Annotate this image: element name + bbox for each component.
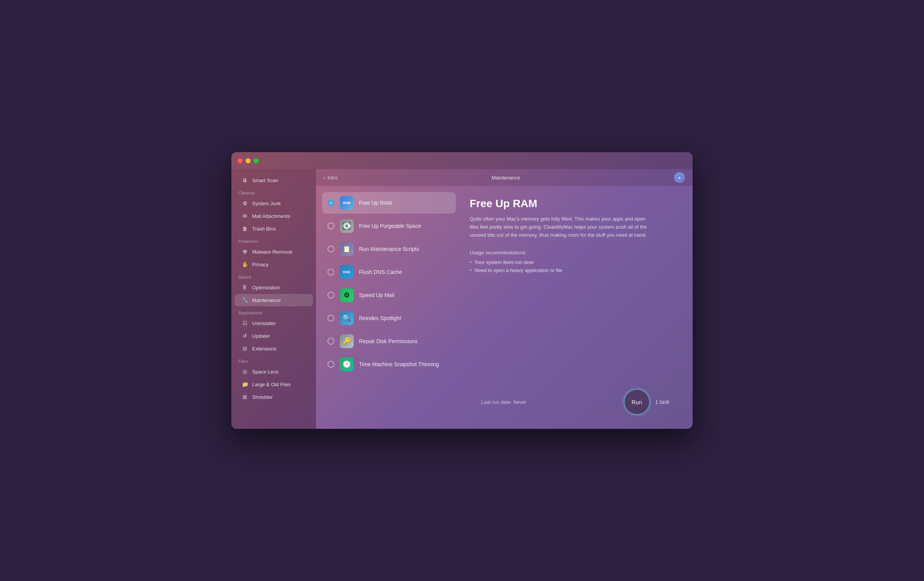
titlebar (231, 152, 693, 169)
mail-attachments-icon: ✉ (241, 212, 248, 219)
sidebar-item-maintenance[interactable]: 🔧 Maintenance (234, 294, 313, 306)
files-section-label: Files (231, 355, 316, 365)
privacy-label: Privacy (252, 262, 269, 267)
system-junk-label: System Junk (252, 201, 281, 206)
main-content: ‹ Intro Maintenance ● RAM Free Up RAM (316, 169, 693, 429)
back-arrow-icon: ‹ (324, 175, 325, 181)
trash-bins-icon: 🗑 (241, 225, 248, 232)
maximize-button[interactable] (254, 158, 259, 163)
sidebar-item-smart-scan[interactable]: 🖥 Smart Scan (234, 174, 313, 186)
avatar[interactable]: ● (674, 172, 685, 183)
uninstaller-label: Uninstaller (252, 320, 276, 326)
sidebar-item-shredder[interactable]: ⊞ Shredder (234, 391, 313, 403)
malware-removal-label: Malware Removal (252, 249, 292, 255)
free-up-ram-icon: RAM (340, 196, 354, 210)
traffic-lights (238, 158, 259, 163)
task-count: 1 task (655, 399, 670, 405)
dns-icon: DNS (340, 265, 354, 279)
system-junk-icon: ⚙ (241, 200, 248, 207)
usage-text-1: Your system feels too slow (475, 259, 533, 265)
sidebar-item-privacy[interactable]: ✋ Privacy (234, 258, 313, 271)
privacy-icon: ✋ (241, 261, 248, 268)
usage-item-2: • Need to open a heavy application or fi… (470, 267, 681, 273)
usage-section: Usage recommendations: • Your system fee… (470, 250, 681, 276)
task-radio-scripts[interactable] (327, 246, 334, 252)
task-item-mail[interactable]: ⚙ Speed Up Mail (322, 284, 456, 306)
usage-text-2: Need to open a heavy application or file (475, 267, 562, 273)
close-button[interactable] (238, 158, 243, 163)
sidebar-item-system-junk[interactable]: ⚙ System Junk (234, 197, 313, 209)
extensions-icon: ⊟ (241, 345, 248, 352)
spotlight-label: Reindex Spotlight (359, 315, 401, 321)
task-item-disk[interactable]: 🔑 Repair Disk Permissions (322, 330, 456, 352)
disk-icon: 🔑 (340, 334, 354, 348)
last-run-label: Last run date: (481, 399, 512, 405)
protection-section-label: Protection (231, 235, 316, 245)
task-radio-disk[interactable] (327, 338, 334, 345)
detail-description: Quite often your Mac's memory gets fully… (470, 215, 654, 239)
sidebar-item-extensions[interactable]: ⊟ Extensions (234, 342, 313, 355)
sidebar-item-trash-bins[interactable]: 🗑 Trash Bins (234, 222, 313, 235)
last-run-value: Never (513, 399, 527, 405)
sidebar-item-updater[interactable]: ↺ Updater (234, 330, 313, 342)
task-item-spotlight[interactable]: 🔍 Reindex Spotlight (322, 307, 456, 329)
task-item-timemachine[interactable]: 🕐 Time Machine Snapshot Thinning (322, 354, 456, 375)
mail-icon: ⚙ (340, 288, 354, 302)
sidebar-item-large-old-files[interactable]: 📁 Large & Old Files (234, 378, 313, 390)
sidebar-item-uninstaller[interactable]: ☷ Uninstaller (234, 317, 313, 329)
maintenance-label: Maintenance (252, 297, 281, 303)
task-item-scripts[interactable]: 📋 Run Maintenance Scripts (322, 238, 456, 260)
minimize-button[interactable] (246, 158, 251, 163)
task-radio-mail[interactable] (327, 292, 334, 299)
shredder-label: Shredder (252, 394, 273, 400)
sidebar-item-space-lens[interactable]: ◎ Space Lens (234, 365, 313, 378)
purgeable-label: Free Up Purgeable Space (359, 223, 421, 229)
smart-scan-icon: 🖥 (241, 177, 248, 184)
usage-item-1: • Your system feels too slow (470, 259, 681, 265)
mail-label: Speed Up Mail (359, 292, 394, 298)
task-radio-free-up-ram[interactable] (327, 199, 334, 206)
bottom-bar: Last run date: Never Run 1 task (470, 383, 681, 421)
malware-removal-icon: ☢ (241, 248, 248, 255)
task-radio-dns[interactable] (327, 269, 334, 276)
task-list: RAM Free Up RAM 💽 Free Up Purgeable Spac… (316, 186, 462, 429)
nav-bar: ‹ Intro Maintenance ● (316, 169, 693, 186)
free-up-ram-label: Free Up RAM (359, 200, 392, 206)
spotlight-icon: 🔍 (340, 311, 354, 325)
uninstaller-icon: ☷ (241, 320, 248, 327)
disk-label: Repair Disk Permissions (359, 338, 417, 344)
last-run-info: Last run date: Never (481, 399, 527, 405)
task-item-dns[interactable]: DNS Flush DNS Cache (322, 261, 456, 283)
task-item-free-up-ram[interactable]: RAM Free Up RAM (322, 192, 456, 214)
updater-icon: ↺ (241, 332, 248, 339)
sidebar-item-malware-removal[interactable]: ☢ Malware Removal (234, 246, 313, 258)
timemachine-icon: 🕐 (340, 357, 354, 371)
space-lens-label: Space Lens (252, 369, 279, 375)
task-item-purgeable[interactable]: 💽 Free Up Purgeable Space (322, 215, 456, 237)
app-window: 🖥 Smart Scan Cleanup ⚙ System Junk ✉ Mai… (231, 152, 693, 429)
sidebar-item-optimization[interactable]: 🎚 Optimization (234, 281, 313, 294)
run-area: Run 1 task (624, 389, 670, 415)
task-detail: Free Up RAM Quite often your Mac's memor… (462, 186, 693, 429)
back-button[interactable]: ‹ Intro (324, 175, 337, 181)
task-radio-timemachine[interactable] (327, 361, 334, 368)
space-lens-icon: ◎ (241, 368, 248, 375)
dns-label: Flush DNS Cache (359, 269, 402, 275)
scripts-label: Run Maintenance Scripts (359, 246, 419, 252)
scripts-icon: 📋 (340, 242, 354, 256)
content-area: RAM Free Up RAM 💽 Free Up Purgeable Spac… (316, 186, 693, 429)
run-button[interactable]: Run (624, 389, 650, 415)
sidebar-item-mail-attachments[interactable]: ✉ Mail Attachments (234, 210, 313, 222)
detail-title: Free Up RAM (470, 198, 681, 210)
shredder-icon: ⊞ (241, 393, 248, 400)
optimization-icon: 🎚 (241, 284, 248, 291)
task-radio-spotlight[interactable] (327, 315, 334, 322)
task-radio-purgeable[interactable] (327, 222, 334, 229)
window-body: 🖥 Smart Scan Cleanup ⚙ System Junk ✉ Mai… (231, 169, 693, 429)
updater-label: Updater (252, 333, 270, 339)
trash-bins-label: Trash Bins (252, 226, 276, 232)
bullet-1: • (470, 259, 472, 265)
optimization-label: Optimization (252, 285, 280, 290)
page-title: Maintenance (492, 175, 520, 181)
smart-scan-label: Smart Scan (252, 178, 278, 183)
